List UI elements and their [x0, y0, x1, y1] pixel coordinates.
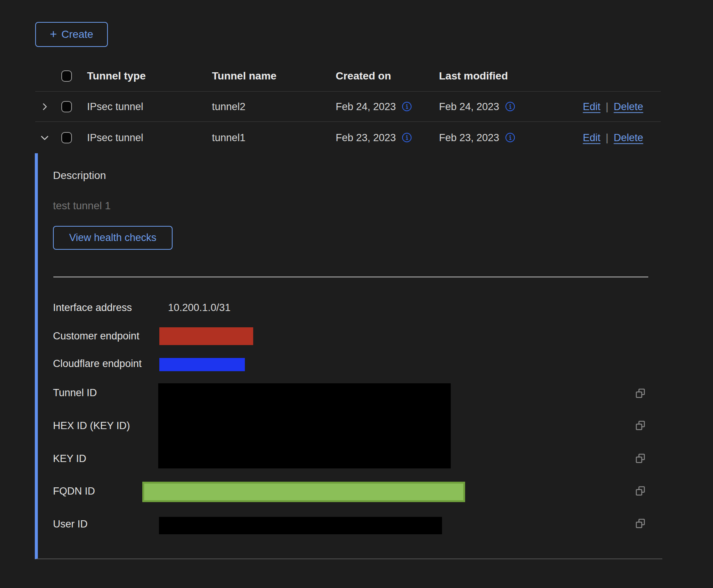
action-separator: |: [606, 132, 609, 143]
create-button-label: Create: [61, 28, 93, 40]
last-modified-date: Feb 24, 2023: [439, 101, 499, 112]
collapse-row-button[interactable]: [38, 131, 51, 144]
cloudflare-endpoint-label: Cloudflare endpoint: [53, 358, 142, 370]
interface-address-label: Interface address: [53, 302, 132, 314]
section-divider: [53, 277, 648, 277]
customer-endpoint-label: Customer endpoint: [53, 330, 139, 342]
copy-icon[interactable]: [634, 452, 646, 464]
view-health-checks-label: View health checks: [69, 232, 157, 244]
last-modified-cell: Feb 24, 2023: [439, 101, 515, 112]
column-header-last-modified: Last modified: [439, 70, 508, 82]
tunnel-name-cell: tunnel2: [212, 101, 246, 112]
copy-icon[interactable]: [634, 485, 646, 497]
column-header-created-on: Created on: [336, 70, 391, 82]
expand-row-button[interactable]: [38, 100, 51, 113]
fqdn-id-redacted-value: [142, 482, 465, 502]
cloudflare-endpoint-redacted-value: [159, 358, 245, 371]
chevron-down-icon: [39, 132, 50, 143]
edit-link[interactable]: Edit: [583, 132, 601, 143]
info-circle-icon[interactable]: [402, 102, 412, 112]
copy-icon[interactable]: [634, 419, 646, 431]
fqdn-id-label: FQDN ID: [53, 485, 95, 497]
tunnel-name-cell: tunnel1: [212, 132, 246, 143]
column-header-tunnel-type: Tunnel type: [87, 70, 146, 82]
table-row: IPsec tunnel tunnel1 Feb 23, 2023 Feb 23…: [35, 122, 661, 153]
tunnels-page: + Create Tunnel type Tunnel name Created…: [0, 0, 713, 588]
column-header-tunnel-name: Tunnel name: [212, 70, 277, 82]
info-circle-icon[interactable]: [402, 133, 412, 143]
hex-id-label: HEX ID (KEY ID): [53, 420, 130, 432]
created-on-cell: Feb 24, 2023: [336, 101, 412, 112]
table-row: IPsec tunnel tunnel2 Feb 24, 2023 Feb 24…: [35, 92, 661, 122]
user-id-label: User ID: [53, 518, 88, 530]
tunnel-detail-panel: Description test tunnel 1 View health ch…: [35, 153, 662, 559]
delete-link[interactable]: Delete: [614, 132, 643, 143]
select-all-checkbox[interactable]: [61, 70, 72, 82]
info-circle-icon[interactable]: [505, 133, 515, 143]
user-id-redacted-value: [159, 517, 442, 534]
description-label: Description: [53, 170, 106, 182]
copy-icon[interactable]: [634, 387, 646, 399]
create-button[interactable]: + Create: [35, 22, 108, 47]
copy-icon[interactable]: [634, 517, 646, 529]
key-id-label: KEY ID: [53, 453, 86, 465]
ids-redacted-value: [158, 383, 451, 468]
created-on-date: Feb 24, 2023: [336, 101, 396, 112]
customer-endpoint-redacted-value: [159, 327, 253, 345]
row-checkbox[interactable]: [61, 132, 72, 143]
description-value: test tunnel 1: [53, 200, 111, 212]
view-health-checks-button[interactable]: View health checks: [53, 226, 173, 250]
tunnel-id-label: Tunnel ID: [53, 387, 97, 399]
last-modified-cell: Feb 23, 2023: [439, 132, 515, 143]
created-on-cell: Feb 23, 2023: [336, 132, 412, 143]
table-header-row: Tunnel type Tunnel name Created on Last …: [35, 61, 661, 92]
last-modified-date: Feb 23, 2023: [439, 132, 499, 143]
delete-link[interactable]: Delete: [614, 101, 643, 112]
created-on-date: Feb 23, 2023: [336, 132, 396, 143]
chevron-right-icon: [40, 102, 50, 112]
plus-icon: +: [50, 28, 57, 40]
interface-address-value: 10.200.1.0/31: [168, 302, 230, 314]
edit-link[interactable]: Edit: [583, 101, 601, 112]
row-checkbox[interactable]: [61, 101, 72, 112]
info-circle-icon[interactable]: [505, 102, 515, 112]
tunnel-type-cell: IPsec tunnel: [87, 101, 143, 112]
tunnel-type-cell: IPsec tunnel: [87, 132, 143, 143]
action-separator: |: [606, 101, 609, 112]
